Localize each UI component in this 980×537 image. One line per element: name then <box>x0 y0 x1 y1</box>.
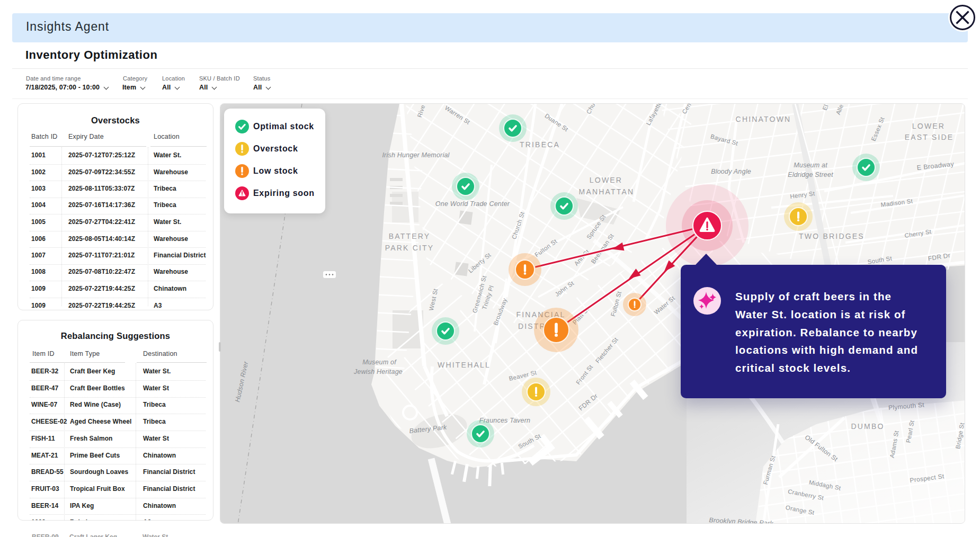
svg-text:TWO BRIDGES: TWO BRIDGES <box>799 232 865 240</box>
svg-text:Irish Hunger Memorial: Irish Hunger Memorial <box>382 151 450 159</box>
svg-text:EAST SIDE: EAST SIDE <box>905 133 954 141</box>
svg-text:WHITEHALL: WHITEHALL <box>438 361 491 369</box>
svg-text:Eldridge Street: Eldridge Street <box>788 171 833 178</box>
svg-text:Jewish Heritage: Jewish Heritage <box>353 368 403 375</box>
svg-text:PARK CITY: PARK CITY <box>385 244 434 252</box>
svg-text:BATTERY: BATTERY <box>389 232 431 240</box>
svg-text:One World Trade Center: One World Trade Center <box>435 200 510 208</box>
svg-text:Museum at: Museum at <box>794 162 827 169</box>
svg-text:LOWER: LOWER <box>912 122 945 130</box>
svg-text:TRIBECA: TRIBECA <box>520 140 560 149</box>
svg-text:LOWER: LOWER <box>590 176 622 184</box>
svg-text:Bloody Angle: Bloody Angle <box>711 168 751 175</box>
svg-text:MANHATTAN: MANHATTAN <box>579 187 635 196</box>
svg-text:CHINATOWN: CHINATOWN <box>736 115 791 123</box>
svg-text:DUMBO: DUMBO <box>851 422 884 431</box>
svg-text:Museum of: Museum of <box>362 359 397 366</box>
